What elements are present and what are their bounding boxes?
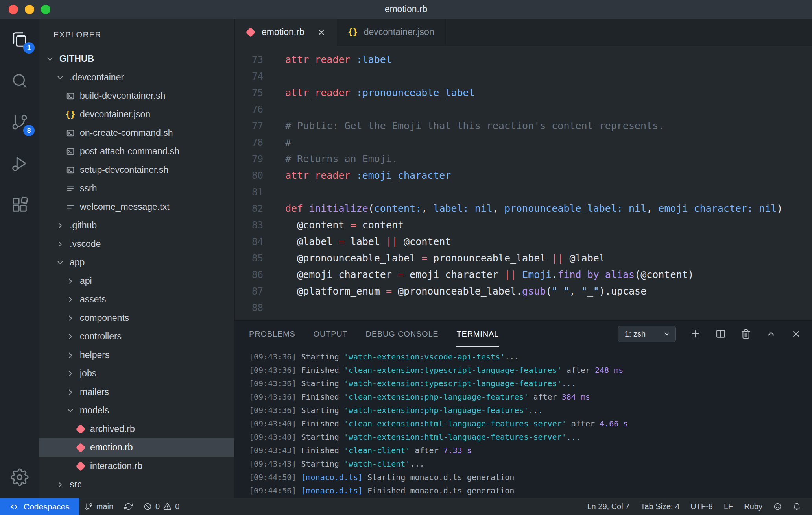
zoom-window-button[interactable] <box>41 5 50 14</box>
maximize-panel-button[interactable] <box>766 328 777 339</box>
terminal-shell-select[interactable]: 1: zsh <box>618 326 676 342</box>
sync-button[interactable] <box>119 498 138 515</box>
search-view-button[interactable] <box>0 60 39 101</box>
terminal-line: [09:44:50] [monaco.d.ts] Starting monaco… <box>249 471 812 484</box>
panel-tab-problems[interactable]: PROBLEMS <box>249 321 295 347</box>
tree-item-folder[interactable]: mailers <box>39 383 234 401</box>
run-debug-view-button[interactable] <box>0 143 39 184</box>
panel-tab-terminal[interactable]: TERMINAL <box>456 321 499 347</box>
close-icon[interactable] <box>317 28 326 37</box>
tree-item-folder[interactable]: components <box>39 309 234 327</box>
notifications-button[interactable] <box>787 498 806 515</box>
line-number: 84 <box>235 233 263 250</box>
panel-tab-output[interactable]: OUTPUT <box>314 321 348 347</box>
line-number: 76 <box>235 101 263 118</box>
line-number: 77 <box>235 118 263 134</box>
close-panel-button[interactable] <box>791 328 802 339</box>
badge: 8 <box>23 125 35 136</box>
terminal-line: [09:43:36] Finished 'clean-extension:typ… <box>249 363 812 377</box>
panel-tab-debug-console[interactable]: DEBUG CONSOLE <box>366 321 439 347</box>
tree-item-label: .vscode <box>70 239 101 249</box>
code-line: 88 <box>235 300 812 316</box>
tree-item-file[interactable]: welcome_message.txt <box>39 198 234 216</box>
tab-size-status[interactable]: Tab Size: 4 <box>635 498 685 515</box>
code-text: # Returns an Emoji. <box>285 151 398 167</box>
tree-item-file[interactable]: post-attach-command.sh <box>39 142 234 161</box>
editor-tab[interactable]: emotion.rb <box>235 19 337 46</box>
tree-item-folder[interactable]: jobs <box>39 364 234 383</box>
shell-file-icon <box>65 147 76 156</box>
extensions-view-button[interactable] <box>0 184 39 225</box>
tree-item-folder[interactable]: api <box>39 272 234 290</box>
tree-item-folder[interactable]: GITHUB <box>39 50 234 68</box>
codespaces-status[interactable]: Codespaces <box>0 498 79 515</box>
chevron-right-icon <box>65 295 76 304</box>
terminal-line: [09:44:56] [monaco.d.ts] Finished monaco… <box>249 484 812 497</box>
new-terminal-button[interactable] <box>690 328 701 339</box>
tree-item-label: .github <box>70 220 97 231</box>
tree-item-folder[interactable]: app <box>39 253 234 272</box>
explorer-view-button[interactable]: 1 <box>0 19 39 60</box>
tree-item-folder[interactable]: helpers <box>39 346 234 364</box>
tab-label: devcontainer.json <box>364 27 434 37</box>
tree-item-label: welcome_message.txt <box>80 202 170 212</box>
code-line: 76 <box>235 101 812 118</box>
encoding-status[interactable]: UTF-8 <box>685 498 718 515</box>
tree-item-label: .devcontainer <box>70 72 124 83</box>
tree-item-folder[interactable]: controllers <box>39 327 234 346</box>
tree-item-folder[interactable]: src <box>39 475 234 494</box>
terminal-line: [09:43:40] Finished 'clean-extension:htm… <box>249 417 812 430</box>
explorer-sidebar: EXPLORER GITHUB.devcontainerbuild-devcon… <box>39 19 235 498</box>
code-line: 84 @label = label || @content <box>235 233 812 250</box>
tree-item-file[interactable]: {}devcontainer.json <box>39 105 234 124</box>
tree-item-folder[interactable]: .github <box>39 216 234 235</box>
language-status[interactable]: Ruby <box>738 498 768 515</box>
branch-status[interactable]: main <box>79 498 119 515</box>
editor-tab[interactable]: {}devcontainer.json <box>337 19 446 46</box>
eol-status[interactable]: LF <box>718 498 738 515</box>
tree-item-label: mailers <box>80 387 109 397</box>
tree-item-file[interactable]: on-create-command.sh <box>39 124 234 142</box>
code-line: 77# Public: Get the Emoji that this reac… <box>235 118 812 134</box>
kill-terminal-button[interactable] <box>740 328 751 339</box>
tree-item-label: src <box>70 479 82 490</box>
error-icon <box>144 502 152 511</box>
tree-item-folder[interactable]: models <box>39 401 234 420</box>
activity-bar-items: 18 <box>0 19 39 225</box>
split-terminal-button[interactable] <box>715 328 726 339</box>
terminal[interactable]: [09:43:36] Starting 'watch-extension:vsc… <box>235 347 812 498</box>
tree-item-label: on-create-command.sh <box>80 128 173 138</box>
chevron-right-icon <box>65 369 76 378</box>
tree-item-file[interactable]: archived.rb <box>39 420 234 438</box>
code-text: # Public: Get the Emoji that this reacti… <box>285 118 664 134</box>
activity-bar-bottom <box>0 456 39 498</box>
tree-item-file[interactable]: build-devcontainer.sh <box>39 87 234 105</box>
minimize-window-button[interactable] <box>25 5 34 14</box>
window-title: emotion.rb <box>385 4 428 15</box>
tree-item-file[interactable]: emotion.rb <box>39 438 234 457</box>
settings-button[interactable] <box>0 456 39 498</box>
language-label: Ruby <box>744 502 762 511</box>
feedback-button[interactable] <box>768 498 787 515</box>
tree-item-folder[interactable]: assets <box>39 290 234 309</box>
tree-item-folder[interactable]: .vscode <box>39 235 234 253</box>
code-text: def initialize(content:, label: nil, pro… <box>285 200 782 217</box>
smiley-icon <box>773 502 782 511</box>
cursor-position[interactable]: Ln 29, Col 7 <box>581 498 635 515</box>
source-control-view-button[interactable]: 8 <box>0 101 39 143</box>
tree-item-file[interactable]: ssrh <box>39 179 234 198</box>
tree-item-folder[interactable]: .devcontainer <box>39 68 234 87</box>
tree-item-label: archived.rb <box>90 424 135 434</box>
close-window-button[interactable] <box>9 5 18 14</box>
code-text: attr_reader :emoji_character <box>285 167 451 184</box>
activity-bar: 18 <box>0 19 39 498</box>
code-editor[interactable]: 73attr_reader :label7475attr_reader :pro… <box>235 46 812 320</box>
code-text: @label = label || @content <box>285 233 451 250</box>
line-number: 85 <box>235 250 263 267</box>
chevron-right-icon <box>65 314 76 322</box>
terminal-line: [09:43:36] Finished 'clean-extension:php… <box>249 390 812 404</box>
problems-status[interactable]: 0 0 <box>138 498 185 515</box>
ruby-file-icon <box>75 463 87 470</box>
tree-item-file[interactable]: setup-devcontainer.sh <box>39 161 234 179</box>
tree-item-file[interactable]: interaction.rb <box>39 457 234 475</box>
